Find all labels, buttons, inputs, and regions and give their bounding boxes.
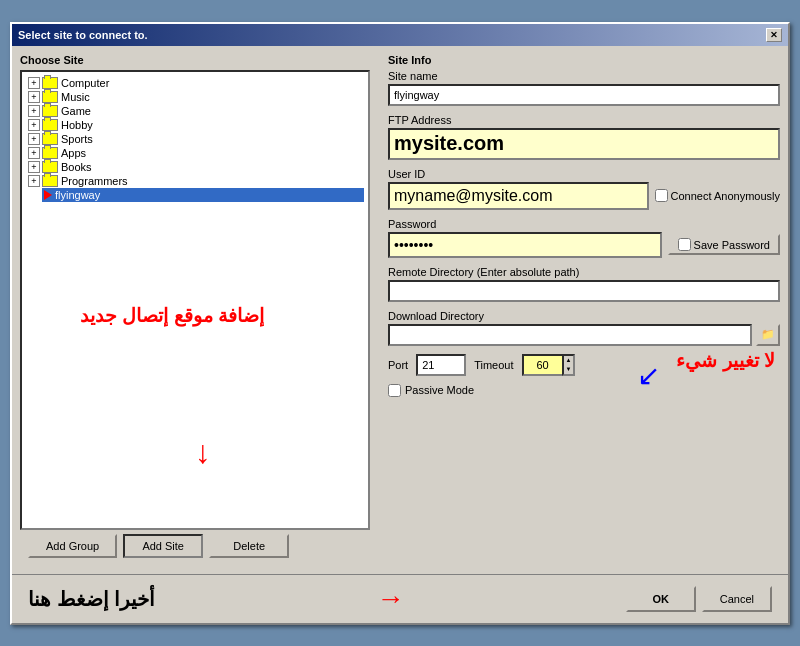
passive-mode-row: Passive Mode (388, 384, 780, 397)
user-id-input[interactable] (388, 182, 649, 210)
connect-anon-group: Connect Anonymously (655, 189, 780, 202)
site-name-input[interactable] (388, 84, 780, 106)
password-input[interactable] (388, 232, 662, 258)
tree-label-flyingway: flyingway (55, 189, 100, 201)
browse-button[interactable]: 📁 (756, 324, 780, 346)
user-id-row: Connect Anonymously (388, 182, 780, 210)
ftp-address-input[interactable] (388, 128, 780, 160)
remote-dir-group: Remote Directory (Enter absolute path) (388, 266, 780, 302)
tree-label-computer: Computer (61, 77, 109, 89)
tree-label-apps: Apps (61, 147, 86, 159)
port-timeout-row: Port Timeout ▲ ▼ (388, 354, 780, 376)
close-button[interactable]: ✕ (766, 28, 782, 42)
expand-sports[interactable]: + (28, 133, 40, 145)
site-name-label: Site name (388, 70, 780, 82)
dialog-body: Choose Site + Computer + Music + Game (12, 46, 788, 574)
tree-item-books[interactable]: + Books (26, 160, 364, 174)
tree-item-flyingway[interactable]: flyingway (42, 188, 364, 202)
site-name-group: Site name (388, 70, 780, 106)
delete-button[interactable]: Delete (209, 534, 289, 558)
tree-item-programmers[interactable]: + Programmers (26, 174, 364, 188)
tree-item-game[interactable]: + Game (26, 104, 364, 118)
bottom-buttons: Add Group Add Site Delete (20, 530, 380, 566)
add-site-button[interactable]: Add Site (123, 534, 203, 558)
download-dir-label: Download Directory (388, 310, 780, 322)
timeout-label: Timeout (474, 359, 513, 371)
tree-item-music[interactable]: + Music (26, 90, 364, 104)
download-dir-row: 📁 (388, 324, 780, 346)
folder-icon-books (42, 161, 58, 173)
folder-icon-computer (42, 77, 58, 89)
right-panel: Site Info Site name FTP Address User ID … (388, 54, 780, 566)
tree-child-flyingway: flyingway (42, 188, 364, 202)
save-password-button[interactable]: Save Password (668, 234, 780, 255)
tree-item-hobby[interactable]: + Hobby (26, 118, 364, 132)
main-dialog: Select site to connect to. ✕ Choose Site… (10, 22, 790, 625)
spin-up-button[interactable]: ▲ (564, 356, 574, 365)
cancel-button[interactable]: Cancel (702, 586, 772, 612)
timeout-input[interactable] (522, 354, 562, 376)
timeout-spinner: ▲ ▼ (522, 354, 576, 376)
site-arrow-icon (44, 190, 52, 200)
site-tree[interactable]: + Computer + Music + Game + Hobb (20, 70, 370, 530)
spin-down-button[interactable]: ▼ (564, 365, 574, 374)
footer-buttons: OK Cancel (626, 586, 772, 612)
expand-hobby[interactable]: + (28, 119, 40, 131)
footer-arrow-icon: → (376, 583, 404, 615)
tree-item-apps[interactable]: + Apps (26, 146, 364, 160)
passive-mode-label: Passive Mode (405, 384, 474, 396)
password-row: Save Password (388, 232, 780, 258)
user-id-label: User ID (388, 168, 780, 180)
folder-icon-programmers (42, 175, 58, 187)
folder-icon-game (42, 105, 58, 117)
expand-game[interactable]: + (28, 105, 40, 117)
expand-music[interactable]: + (28, 91, 40, 103)
connect-anon-label: Connect Anonymously (671, 190, 780, 202)
tree-label-music: Music (61, 91, 90, 103)
download-dir-input[interactable] (388, 324, 752, 346)
ftp-address-label: FTP Address (388, 114, 780, 126)
download-dir-group: Download Directory 📁 (388, 310, 780, 346)
folder-icon-sports (42, 133, 58, 145)
expand-programmers[interactable]: + (28, 175, 40, 187)
expand-books[interactable]: + (28, 161, 40, 173)
tree-item-computer[interactable]: + Computer (26, 76, 364, 90)
port-label: Port (388, 359, 408, 371)
port-input[interactable] (416, 354, 466, 376)
folder-icon-apps (42, 147, 58, 159)
expand-apps[interactable]: + (28, 147, 40, 159)
remote-dir-input[interactable] (388, 280, 780, 302)
folder-icon-hobby (42, 119, 58, 131)
password-group: Password Save Password (388, 218, 780, 258)
site-info-label: Site Info (388, 54, 780, 66)
folder-icon-music (42, 91, 58, 103)
footer-bar: أخيرا إضغط هنا → OK Cancel (12, 574, 788, 623)
passive-mode-checkbox[interactable] (388, 384, 401, 397)
save-password-checkbox[interactable] (678, 238, 691, 251)
tree-label-books: Books (61, 161, 92, 173)
tree-label-hobby: Hobby (61, 119, 93, 131)
choose-site-label: Choose Site (20, 54, 380, 66)
tree-label-programmers: Programmers (61, 175, 128, 187)
dialog-title: Select site to connect to. (18, 29, 148, 41)
connect-anon-checkbox[interactable] (655, 189, 668, 202)
tree-label-sports: Sports (61, 133, 93, 145)
remote-dir-label: Remote Directory (Enter absolute path) (388, 266, 780, 278)
password-label: Password (388, 218, 780, 230)
expand-computer[interactable]: + (28, 77, 40, 89)
tree-label-game: Game (61, 105, 91, 117)
ok-button[interactable]: OK (626, 586, 696, 612)
tree-item-sports[interactable]: + Sports (26, 132, 364, 146)
ftp-address-group: FTP Address (388, 114, 780, 160)
title-bar: Select site to connect to. ✕ (12, 24, 788, 46)
add-group-button[interactable]: Add Group (28, 534, 117, 558)
footer-arabic-text: أخيرا إضغط هنا (28, 587, 155, 611)
left-panel: Choose Site + Computer + Music + Game (20, 54, 380, 566)
save-password-label: Save Password (694, 239, 770, 251)
user-id-group: User ID Connect Anonymously (388, 168, 780, 210)
spin-buttons: ▲ ▼ (562, 354, 576, 376)
